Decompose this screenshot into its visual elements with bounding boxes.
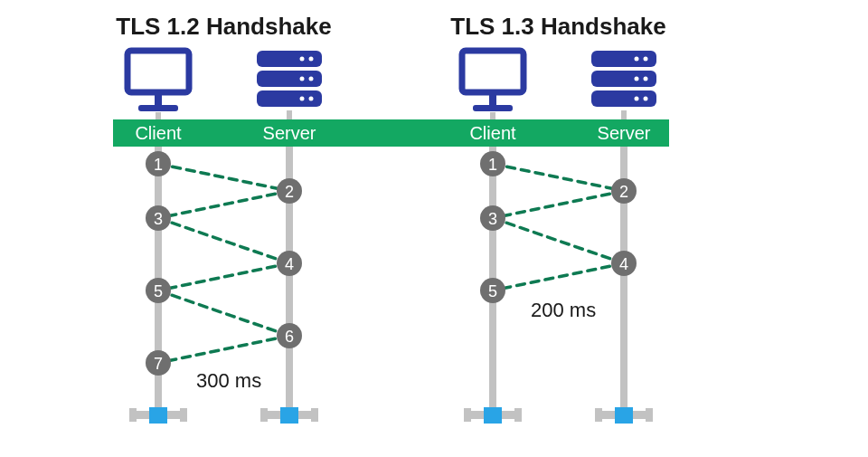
step-node-6: 6 <box>277 323 302 348</box>
svg-point-5 <box>309 57 314 62</box>
handshake-arrow <box>493 191 624 218</box>
svg-point-4 <box>300 57 305 62</box>
svg-text:5: 5 <box>488 282 497 300</box>
svg-text:1: 1 <box>154 156 163 174</box>
svg-rect-28 <box>129 408 137 422</box>
svg-point-38 <box>635 57 639 62</box>
step-node-2: 2 <box>611 178 637 204</box>
client-monitor-icon <box>462 51 524 111</box>
svg-text:3: 3 <box>154 210 163 228</box>
latency-tls12: 300 ms <box>196 369 261 392</box>
svg-point-45 <box>644 97 648 101</box>
svg-rect-57 <box>484 407 502 424</box>
svg-text:3: 3 <box>488 210 497 228</box>
svg-point-8 <box>309 77 314 81</box>
client-stem <box>490 112 495 119</box>
server-label: Server <box>263 123 316 143</box>
timeline-end-cap <box>464 407 522 424</box>
latency-tls13: 200 ms <box>531 299 596 321</box>
server-rack-icon <box>257 51 322 107</box>
timeline-end-cap <box>595 407 653 424</box>
handshake-arrow <box>158 218 289 263</box>
svg-point-39 <box>644 57 648 62</box>
step-node-4: 4 <box>611 251 637 276</box>
step-node-5: 5 <box>480 278 505 303</box>
handshake-arrow <box>158 263 289 290</box>
timeline-end-cap <box>260 407 318 424</box>
svg-rect-1 <box>155 92 162 105</box>
step-node-3: 3 <box>480 205 505 231</box>
svg-rect-36 <box>473 105 513 111</box>
client-label: Client <box>135 123 182 143</box>
handshake-arrow <box>493 218 624 263</box>
server-stem <box>621 110 627 119</box>
svg-rect-27 <box>149 407 167 424</box>
svg-point-42 <box>644 77 648 81</box>
svg-rect-62 <box>595 408 602 422</box>
server-rack-icon <box>591 51 656 107</box>
timeline-end-cap <box>129 407 187 424</box>
handshake-arrow <box>158 290 289 336</box>
step-node-4: 4 <box>277 251 302 276</box>
svg-text:2: 2 <box>285 183 294 201</box>
svg-rect-33 <box>311 408 318 422</box>
svg-text:1: 1 <box>488 156 497 174</box>
svg-rect-29 <box>180 408 187 422</box>
svg-text:5: 5 <box>154 282 163 300</box>
svg-rect-0 <box>127 51 189 92</box>
handshake-arrow <box>158 164 289 191</box>
svg-point-41 <box>635 77 639 81</box>
client-stem <box>156 112 161 119</box>
svg-rect-2 <box>138 105 178 111</box>
step-node-7: 7 <box>146 350 171 376</box>
tls-handshake-diagram: TLS 1.2 HandshakeClientServer1234567300 … <box>0 0 868 457</box>
title-tls12: TLS 1.2 Handshake <box>116 13 331 40</box>
handshake-arrow <box>493 164 624 191</box>
step-node-5: 5 <box>146 278 171 303</box>
server-label: Server <box>598 123 651 143</box>
svg-text:2: 2 <box>619 183 628 201</box>
server-stem <box>287 110 292 119</box>
svg-rect-61 <box>615 407 633 424</box>
svg-rect-31 <box>280 407 298 424</box>
step-node-1: 1 <box>146 151 171 176</box>
role-bar <box>113 119 669 147</box>
client-monitor-icon <box>127 51 189 111</box>
svg-rect-63 <box>646 408 653 422</box>
client-label: Client <box>469 123 516 143</box>
handshake-arrow <box>493 263 624 290</box>
svg-text:4: 4 <box>285 255 294 273</box>
title-tls13: TLS 1.3 Handshake <box>450 13 665 40</box>
svg-point-10 <box>300 97 305 101</box>
svg-rect-35 <box>489 92 496 105</box>
step-node-1: 1 <box>480 151 505 176</box>
svg-rect-58 <box>464 408 471 422</box>
svg-text:4: 4 <box>619 255 628 273</box>
step-node-3: 3 <box>146 205 171 231</box>
svg-rect-34 <box>462 51 524 92</box>
handshake-arrow <box>158 191 289 218</box>
step-node-2: 2 <box>277 178 302 204</box>
svg-text:7: 7 <box>154 355 163 373</box>
svg-point-44 <box>635 97 639 101</box>
svg-point-7 <box>300 77 305 81</box>
svg-point-11 <box>309 97 314 101</box>
handshake-arrow <box>158 336 289 363</box>
svg-rect-32 <box>260 408 268 422</box>
svg-text:6: 6 <box>285 328 294 346</box>
svg-rect-59 <box>514 408 522 422</box>
